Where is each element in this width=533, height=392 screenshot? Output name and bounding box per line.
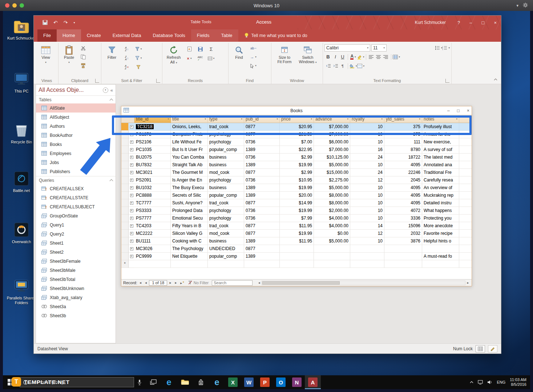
cell-ytd_sales[interactable]: 4072 — [384, 207, 422, 215]
cell-title_id[interactable]: BU1111 — [134, 237, 171, 245]
cell-price[interactable]: $11.95 — [280, 222, 314, 230]
cell-pub_id[interactable]: 0736 — [244, 154, 280, 161]
clock[interactable]: 11:03 AM 8/5/2016 — [510, 377, 526, 387]
record-position[interactable]: 1 of 18 — [149, 280, 167, 286]
cell-type[interactable]: business — [208, 184, 244, 192]
cell-notes[interactable] — [422, 245, 459, 253]
cell-pub_id[interactable]: 1389 — [244, 192, 280, 199]
cell-notes[interactable]: Muckraking rep — [422, 192, 459, 199]
nav-item-books[interactable]: Books — [36, 140, 116, 149]
nav-section-tables[interactable]: Tables — [36, 95, 116, 103]
cell-advance[interactable]: $7,000.00 — [314, 131, 350, 138]
cell-title[interactable]: Straight Talk Ab — [171, 161, 208, 169]
cell-advance[interactable]: $7,000.00 — [314, 123, 350, 131]
table-row[interactable]: +PS2106Life Without Fepsychology0736$7.0… — [121, 138, 472, 146]
view-button[interactable]: View ▾ — [37, 43, 55, 65]
cell-royalty[interactable] — [350, 253, 384, 260]
nav-item-jobs[interactable]: Jobs — [36, 158, 116, 167]
scroll-right-icon[interactable]: ► — [465, 281, 471, 285]
cell-title[interactable]: Secrets of Silic — [171, 192, 208, 199]
desktop-icon-battlenet[interactable]: Battle.net — [7, 171, 36, 193]
network-icon[interactable] — [478, 380, 483, 385]
decrease-indent-button[interactable] — [324, 62, 332, 70]
cell-price[interactable]: $10.95 — [280, 176, 314, 184]
replace-button[interactable]: ab↓ — [250, 45, 257, 52]
cell-pub_id[interactable]: 0877 — [244, 131, 280, 138]
cell-notes[interactable]: Profusely illust — [422, 123, 459, 131]
cell-ytd_sales[interactable]: 4095 — [384, 192, 422, 199]
collapse-ribbon-icon[interactable] — [494, 75, 497, 82]
spelling-button[interactable]: ABC✓ — [197, 55, 204, 62]
cell-pub_id[interactable]: 0877 — [244, 123, 280, 131]
cell-notes[interactable]: Protecting you — [422, 215, 459, 222]
expand-record-button[interactable]: + — [129, 253, 134, 260]
nav-item-sheet3b[interactable]: Sheet3b — [36, 311, 116, 320]
alternate-row-color-button[interactable]: ▾ — [357, 62, 365, 70]
table-row[interactable]: +BU2075You Can Combabusiness0736$2.99$10… — [121, 154, 472, 161]
record-selector[interactable] — [121, 138, 129, 146]
cell-pub_id[interactable]: 0877 — [244, 199, 280, 207]
sort-filter-caret-icon[interactable]: ▾ — [381, 118, 383, 121]
cell-type[interactable]: UNDECIDED — [208, 245, 244, 253]
cell-type[interactable]: business — [208, 154, 244, 161]
cell-title[interactable]: Computer Phob — [171, 131, 208, 138]
cell-pub_id[interactable]: 0736 — [244, 176, 280, 184]
cell-price[interactable]: $22.95 — [280, 146, 314, 154]
cell-royalty[interactable]: 16 — [350, 146, 384, 154]
selection-filter-button[interactable]: ▾ — [135, 45, 142, 53]
numbering-button[interactable]: 123▾ — [442, 44, 450, 52]
advanced-filter-button[interactable]: ▾ — [135, 54, 142, 62]
tab-home[interactable]: Home — [57, 29, 81, 42]
record-selector[interactable] — [121, 245, 129, 253]
scrollbar-thumb[interactable] — [262, 281, 339, 285]
horizontal-scrollbar[interactable]: ◄ ► — [257, 280, 471, 286]
cell-pub_id[interactable]: 0736 — [244, 138, 280, 146]
powerpoint-taskbar-icon[interactable]: P — [257, 375, 273, 389]
record-selector[interactable] — [121, 253, 129, 260]
column-header-title[interactable]: title▾ — [171, 115, 208, 123]
cell-notes[interactable]: Favorite recipe — [422, 230, 459, 237]
cell-title[interactable]: Emotional Secu — [171, 215, 208, 222]
table-row[interactable]: +PS1372Computer Phobpsychology0877$21.59… — [121, 131, 472, 138]
cell-royalty[interactable] — [350, 245, 384, 253]
nav-item-sheet3bunknown[interactable]: Sheet3bUnknown — [36, 284, 116, 293]
language-indicator[interactable]: ENG — [497, 380, 505, 384]
record-selector[interactable] — [121, 192, 129, 199]
cell-title_id[interactable]: PS3333 — [134, 207, 171, 215]
cell-title[interactable]: Is Anger the En — [171, 176, 208, 184]
cell-title_id[interactable]: MC2222 — [134, 230, 171, 237]
cell-title[interactable]: But Is It User Fr — [171, 146, 208, 154]
nav-item-allstate[interactable]: AllState — [36, 103, 116, 113]
bullets-button[interactable]: ▾ — [435, 44, 443, 52]
cell-title[interactable]: You Can Comba — [171, 154, 208, 161]
desktop-icon-user-folder[interactable]: Kurt Schmucker — [7, 19, 36, 41]
cell-notes[interactable]: Detailed instru — [422, 199, 459, 207]
cell-advance[interactable] — [314, 253, 350, 260]
nav-item-sheet3bfemale[interactable]: Sheet3bFemale — [36, 257, 116, 266]
sort-filter-caret-icon[interactable]: ▾ — [347, 118, 348, 121]
cell-royalty[interactable]: 10 — [350, 237, 384, 245]
cell-advance[interactable]: $6,000.00 — [314, 138, 350, 146]
cell-advance[interactable]: $15,000.00 — [314, 169, 350, 176]
cell-title_id[interactable]: TC7777 — [134, 199, 171, 207]
cell-type[interactable]: psychology — [208, 207, 244, 215]
record-selector[interactable] — [121, 161, 129, 169]
font-name-combo[interactable]: Calibri▾ — [324, 44, 370, 52]
cell-pub_id[interactable]: 0736 — [244, 215, 280, 222]
sort-filter-caret-icon[interactable]: ▾ — [276, 118, 278, 121]
cell-ytd_sales[interactable]: 18722 — [384, 154, 422, 161]
column-header-ytd_sales[interactable]: ytd_sales▾ — [384, 115, 422, 123]
gridlines-button[interactable]: ▾ — [393, 53, 400, 61]
cell-title[interactable]: The Psychology — [171, 245, 208, 253]
cell-notes[interactable]: A must for the — [422, 131, 459, 138]
cell-advance[interactable]: $0.00 — [314, 230, 350, 237]
cell-advance[interactable]: $5,000.00 — [314, 237, 350, 245]
record-selector[interactable] — [121, 237, 129, 245]
toggle-filter-button[interactable] — [135, 64, 142, 71]
cell-ytd_sales[interactable]: 111 — [384, 138, 422, 146]
desktop-icon-this-pc[interactable]: This PC — [7, 72, 36, 94]
record-selector[interactable] — [121, 154, 129, 161]
record-selector[interactable] — [121, 146, 129, 154]
microphone-icon[interactable] — [134, 375, 145, 389]
cell-title_id[interactable]: BU1032 — [134, 184, 171, 192]
